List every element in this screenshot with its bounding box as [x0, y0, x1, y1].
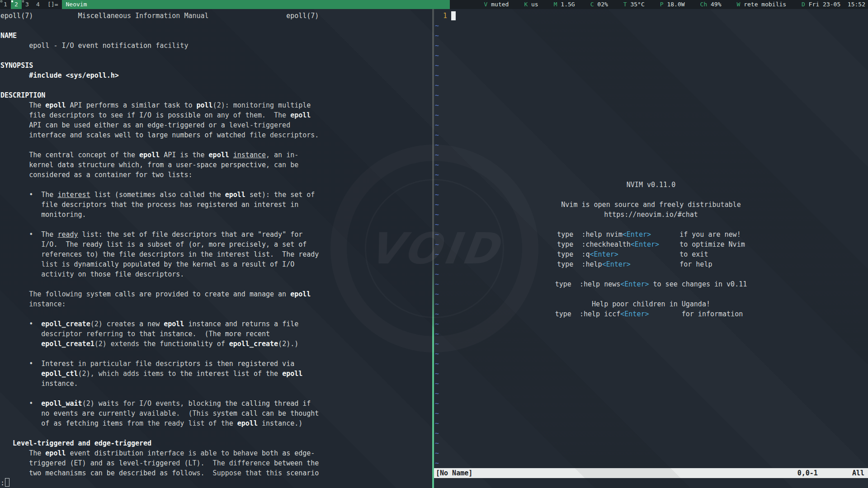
tilde-marker: ~ [435, 90, 439, 100]
tilde-marker: ~ [435, 31, 439, 41]
tilde-marker: ~ [435, 369, 439, 379]
nvim-intro-line: type :q<Enter> to exit [434, 249, 868, 259]
man-line: of as fetching items from the ready list… [0, 418, 432, 428]
man-line: epoll_ctl(2), which adds items to the in… [0, 369, 432, 379]
workspace-tag-4[interactable]: 4 [33, 0, 43, 9]
focused-window-title: Neovim [62, 0, 450, 9]
nvim-intro-line [434, 269, 868, 279]
man-line: The central concept of the epoll API is … [0, 150, 432, 160]
tilde-marker: ~ [435, 130, 439, 140]
man-line: Level-triggered and edge-triggered [0, 438, 432, 448]
nvim-intro-line: type :help iccf<Enter> for information [434, 309, 868, 319]
man-line: NAME [0, 31, 432, 41]
nvim-intro-line: Help poor children in Uganda! [434, 299, 868, 309]
tilde-marker: ~ [435, 438, 439, 448]
pager-cursor [5, 478, 9, 487]
man-line: #include <sys/epoll.h> [0, 70, 432, 80]
man-line: instance. [0, 379, 432, 389]
pager-prompt: : [0, 478, 9, 488]
man-line: two mechanisms can be described as follo… [0, 468, 432, 478]
statusline-ruler: 0,0-1 [797, 469, 818, 477]
pager-prompt-colon: : [0, 479, 5, 487]
man-line: references to) the file descriptors in t… [0, 249, 432, 259]
man-line: epoll_create1(2) extends the functionali… [0, 339, 432, 349]
nvim-intro-line: type :help news<Enter> to see changes in… [434, 279, 868, 289]
tilde-marker: ~ [435, 349, 439, 359]
tilde-marker: ~ [435, 70, 439, 80]
tilde-marker: ~ [435, 458, 439, 468]
man-line: no events are currently available. (This… [0, 408, 432, 418]
man-line: I/O. The ready list is a subset of (or, … [0, 239, 432, 249]
tilde-marker: ~ [435, 80, 439, 90]
tilde-marker: ~ [435, 389, 439, 399]
window-separator[interactable] [432, 9, 434, 488]
workspace-tag-2[interactable]: 2 [11, 0, 22, 9]
man-line: activity on those file descriptors. [0, 269, 432, 279]
man-line: interface and scales well to large numbe… [0, 130, 432, 140]
nvim-statusline: [No Name] 0,0-1 All [434, 468, 868, 478]
nvim-intro-line [434, 190, 868, 200]
workspace-tags: 1234 [0, 0, 43, 9]
terminal-man-page[interactable]: epoll(7) Miscellaneous Information Manua… [0, 9, 432, 488]
man-page-text: epoll(7) Miscellaneous Information Manua… [0, 11, 432, 478]
tilde-marker: ~ [435, 140, 439, 150]
layout-symbol[interactable]: []= [43, 0, 62, 9]
tilde-marker: ~ [435, 418, 439, 428]
workspace-tag-3[interactable]: 3 [22, 0, 33, 9]
tilde-marker: ~ [435, 51, 439, 61]
nvim-intro-line: Nvim is open source and freely distribut… [434, 200, 868, 210]
workspace-tag-1[interactable]: 1 [0, 0, 11, 9]
tag-occupancy-indicator [22, 0, 24, 2]
status-item-k: K us [524, 0, 538, 9]
nvim-intro-line: https://neovim.io/#chat [434, 210, 868, 220]
tilde-marker: ~ [435, 319, 439, 329]
man-line: kernel data structure which, from a user… [0, 160, 432, 170]
tilde-marker: ~ [435, 339, 439, 349]
dwm-bar: 1234 []= Neovim V mutedK usM 1.5GC 02%T … [0, 0, 868, 9]
man-line [0, 220, 432, 230]
man-line: • epoll_create(2) creates a new epoll in… [0, 319, 432, 329]
man-line: epoll(7) Miscellaneous Information Manua… [0, 11, 432, 21]
nvim-intro-line: NVIM v0.11.0 [434, 180, 868, 190]
tilde-marker: ~ [435, 428, 439, 438]
man-line: • Interest in particular file descriptor… [0, 359, 432, 369]
nvim-cursor [451, 11, 456, 20]
status-bar: V mutedK usM 1.5GC 02%T 35°CP 18.0WCh 49… [450, 0, 868, 9]
man-line [0, 140, 432, 150]
status-item-v: V muted [484, 0, 509, 9]
man-line: considered as a container for two lists: [0, 170, 432, 180]
man-line: epoll - I/O event notification facility [0, 41, 432, 51]
man-line [0, 349, 432, 359]
man-line [0, 389, 432, 399]
status-item-t: T 35°C [623, 0, 645, 9]
man-line: The epoll event distribution interface i… [0, 448, 432, 458]
nvim-intro-line: type :checkhealth<Enter> to optimize Nvi… [434, 239, 868, 249]
man-line: • The ready list: the set of file descri… [0, 230, 432, 239]
nvim-intro-line [434, 220, 868, 230]
tilde-marker: ~ [435, 359, 439, 369]
man-line [0, 80, 432, 90]
tilde-marker: ~ [435, 150, 439, 160]
man-line: API can be used either as an edge-trigge… [0, 120, 432, 130]
tilde-marker: ~ [435, 160, 439, 170]
tilde-marker: ~ [435, 408, 439, 418]
man-line: DESCRIPTION [0, 90, 432, 100]
man-line: file descriptors to see if I/O is possib… [0, 110, 432, 120]
status-item-d: D Fri 23-05 15:52 [802, 0, 865, 9]
nvim-intro-line [434, 289, 868, 299]
tag-occupancy-indicator [0, 0, 2, 2]
man-line: instance: [0, 299, 432, 309]
tilde-marker: ~ [435, 61, 439, 70]
man-line: monitoring. [0, 210, 432, 220]
neovim-window[interactable]: 1 ~~~~~~~~~~~~~~~~~~~~~~~~~~~~~~~~~~~~~~… [434, 9, 868, 488]
man-line: The epoll API performs a similar task to… [0, 100, 432, 110]
tilde-marker: ~ [435, 41, 439, 51]
man-line: descriptor referring to that instance. (… [0, 329, 432, 339]
man-line [0, 180, 432, 190]
tilde-marker: ~ [435, 120, 439, 130]
tilde-marker: ~ [435, 21, 439, 31]
status-item-m: M 1.5G [554, 0, 575, 9]
nvim-intro-line: type :help nvim<Enter> if you are new! [434, 230, 868, 239]
tilde-marker: ~ [435, 110, 439, 120]
man-line: • The interest list (sometimes also call… [0, 190, 432, 200]
